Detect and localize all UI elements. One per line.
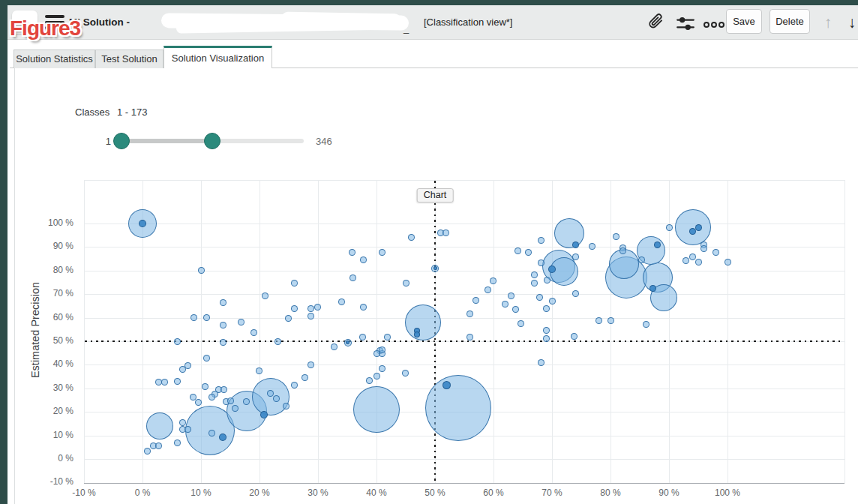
- bubble[interactable]: [536, 294, 543, 301]
- bubble[interactable]: [712, 249, 719, 256]
- bubble[interactable]: [144, 448, 151, 454]
- bubble[interactable]: [353, 386, 400, 433]
- selected-bubble[interactable]: [414, 332, 420, 338]
- bubble[interactable]: [379, 365, 386, 372]
- bubble[interactable]: [350, 274, 356, 281]
- bubble[interactable]: [208, 430, 215, 436]
- bubble[interactable]: [174, 378, 181, 385]
- bubble[interactable]: [514, 248, 521, 254]
- bubble[interactable]: [379, 249, 386, 256]
- bubble[interactable]: [666, 224, 673, 231]
- bubble[interactable]: [508, 292, 514, 299]
- bubble[interactable]: [675, 209, 711, 245]
- bubble[interactable]: [360, 256, 367, 263]
- bubble[interactable]: [179, 366, 186, 373]
- selected-bubble[interactable]: [139, 220, 146, 227]
- selected-bubble[interactable]: [219, 434, 226, 441]
- bubble[interactable]: [155, 442, 162, 449]
- bubble[interactable]: [252, 378, 290, 416]
- bubble[interactable]: [184, 426, 191, 433]
- bubble[interactable]: [405, 304, 441, 340]
- bubble[interactable]: [360, 304, 367, 310]
- bubble[interactable]: [338, 298, 345, 305]
- bubble[interactable]: [408, 234, 415, 241]
- bubble[interactable]: [596, 317, 602, 324]
- bubble[interactable]: [349, 249, 356, 256]
- bubble[interactable]: [274, 338, 281, 345]
- bubble[interactable]: [531, 272, 538, 278]
- bubble[interactable]: [472, 297, 479, 304]
- bubble[interactable]: [285, 315, 292, 322]
- bubble[interactable]: [174, 338, 181, 345]
- bubble[interactable]: [403, 280, 410, 286]
- bubble[interactable]: [331, 344, 338, 350]
- bubble[interactable]: [374, 373, 380, 380]
- bubble[interactable]: [643, 321, 650, 328]
- bubble[interactable]: [227, 398, 234, 404]
- bubble[interactable]: [425, 375, 491, 441]
- bubble[interactable]: [208, 394, 215, 400]
- bubble[interactable]: [308, 305, 314, 312]
- bubble[interactable]: [308, 362, 314, 368]
- bubble[interactable]: [490, 278, 496, 284]
- selected-bubble[interactable]: [260, 411, 268, 418]
- bubble[interactable]: [544, 277, 550, 284]
- bubble[interactable]: [571, 333, 578, 340]
- bubble[interactable]: [554, 218, 584, 248]
- bubble[interactable]: [203, 355, 210, 362]
- bubble[interactable]: [314, 304, 321, 310]
- selected-bubble[interactable]: [434, 266, 437, 270]
- bubble[interactable]: [538, 237, 544, 244]
- bubble[interactable]: [256, 368, 262, 374]
- bubble[interactable]: [366, 377, 373, 384]
- bubble[interactable]: [724, 259, 731, 266]
- bubble[interactable]: [190, 314, 197, 321]
- bubble[interactable]: [174, 440, 181, 446]
- bubble[interactable]: [613, 233, 620, 240]
- bubble[interactable]: [466, 334, 473, 340]
- bubble[interactable]: [232, 405, 238, 412]
- bubble[interactable]: [202, 383, 208, 390]
- tab-solution-visualization[interactable]: Solution Visualization: [164, 46, 272, 68]
- bubble[interactable]: [267, 390, 274, 397]
- bubble[interactable]: [291, 382, 298, 388]
- bubble[interactable]: [291, 280, 298, 286]
- bubble[interactable]: [682, 257, 689, 264]
- bubble[interactable]: [589, 243, 596, 250]
- bubble[interactable]: [549, 298, 556, 304]
- selected-bubble[interactable]: [548, 266, 556, 273]
- bubble[interactable]: [538, 260, 544, 266]
- bubble[interactable]: [700, 245, 707, 252]
- bubble[interactable]: [543, 305, 550, 312]
- bubble[interactable]: [695, 259, 702, 266]
- bubble[interactable]: [572, 254, 579, 260]
- bubble[interactable]: [283, 403, 290, 410]
- bubble[interactable]: [220, 386, 227, 393]
- selected-bubble[interactable]: [442, 381, 451, 389]
- bubble[interactable]: [608, 317, 614, 324]
- bubble[interactable]: [466, 310, 473, 317]
- bubble[interactable]: [572, 290, 579, 297]
- bubble[interactable]: [262, 292, 268, 299]
- bubble[interactable]: [402, 370, 409, 376]
- bubble[interactable]: [220, 322, 226, 328]
- bubble[interactable]: [184, 362, 191, 369]
- bubble[interactable]: [543, 327, 550, 334]
- bubble[interactable]: [620, 248, 626, 254]
- bubble[interactable]: [302, 374, 308, 381]
- bubble[interactable]: [198, 267, 205, 274]
- bubble[interactable]: [512, 306, 519, 313]
- bubble[interactable]: [379, 346, 386, 353]
- bubble[interactable]: [502, 301, 508, 308]
- bubble[interactable]: [203, 314, 210, 321]
- bubble[interactable]: [220, 299, 226, 306]
- bubble[interactable]: [238, 319, 244, 326]
- bubble[interactable]: [442, 230, 449, 236]
- bubble[interactable]: [484, 286, 491, 293]
- bubble[interactable]: [250, 329, 257, 336]
- bubble[interactable]: [531, 280, 538, 286]
- bubble[interactable]: [518, 320, 524, 327]
- bubble[interactable]: [525, 249, 532, 256]
- bubble[interactable]: [161, 379, 168, 386]
- bubble[interactable]: [308, 313, 314, 320]
